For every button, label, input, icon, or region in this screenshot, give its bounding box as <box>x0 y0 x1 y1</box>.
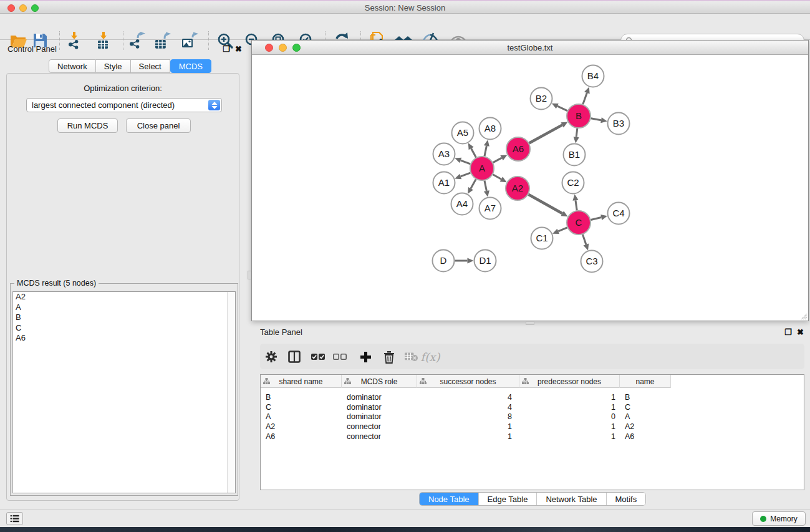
network-window-titlebar[interactable]: testGlobe.txt <box>252 41 808 55</box>
control-panel-float-icon[interactable]: ❐ <box>223 44 230 54</box>
select-all-icon[interactable] <box>308 347 328 367</box>
mcds-result-item[interactable]: A6 <box>13 333 235 344</box>
table-cell[interactable]: dominator <box>347 402 382 412</box>
resize-handle-icon[interactable] <box>799 311 808 320</box>
delete-columns-icon[interactable] <box>379 347 399 367</box>
control-panel-close-icon[interactable]: ✖ <box>235 44 242 54</box>
tab-network-table[interactable]: Network Table <box>537 493 606 505</box>
table-cell[interactable]: B <box>625 392 630 402</box>
table-cell[interactable]: A2 <box>625 422 634 432</box>
table-cell[interactable]: 1 <box>519 392 615 402</box>
network-canvas[interactable]: AA1A2A3A4A5A6A7A8BB1B2B3B4CC1C2C3C4DD1 <box>253 55 808 321</box>
graph-edge-A6-B[interactable] <box>529 125 562 143</box>
table-cell[interactable]: 8 <box>417 412 512 422</box>
table-cell[interactable]: 1 <box>519 402 615 412</box>
table-mode-gear-icon[interactable] <box>261 347 281 367</box>
table-cell[interactable]: A <box>266 412 271 422</box>
graph-edge-B-B1[interactable] <box>576 128 577 137</box>
show-columns-icon[interactable] <box>284 347 304 367</box>
table-cell[interactable]: A6 <box>625 432 634 442</box>
column-header-predecessor-nodes[interactable]: predecessor nodes <box>519 375 620 388</box>
mcds-result-item[interactable]: B <box>13 312 235 323</box>
table-cell[interactable]: 1 <box>417 432 512 442</box>
table-cell[interactable]: A2 <box>266 422 275 432</box>
node-table[interactable]: shared nameMCDS rolesuccessor nodesprede… <box>260 374 804 490</box>
table-cell[interactable]: 0 <box>519 412 615 422</box>
table-cell[interactable]: dominator <box>347 412 382 422</box>
table-cell[interactable]: 4 <box>417 402 512 412</box>
graph-node-label: C2 <box>567 177 579 188</box>
criterion-selected-value: largest connected component (directed) <box>32 100 175 110</box>
table-cell[interactable]: 4 <box>417 392 512 402</box>
mcds-result-group: MCDS result (5 nodes) A2ABCA6 <box>10 283 238 496</box>
mcds-result-list[interactable]: A2ABCA6 <box>12 291 236 493</box>
run-mcds-button[interactable]: Run MCDS <box>57 118 118 133</box>
table-cell[interactable]: dominator <box>347 392 382 402</box>
table-cell[interactable]: 1 <box>417 422 512 432</box>
tab-network[interactable]: Network <box>49 59 96 73</box>
deselect-all-icon[interactable] <box>330 347 350 367</box>
export-image-icon[interactable] <box>180 31 200 51</box>
add-column-icon[interactable] <box>355 347 375 367</box>
table-cell[interactable]: B <box>266 392 271 402</box>
import-network-icon[interactable] <box>64 31 84 51</box>
close-panel-button[interactable]: Close panel <box>126 118 191 133</box>
table-header-row: shared nameMCDS rolesuccessor nodesprede… <box>261 375 671 388</box>
table-cell[interactable]: C <box>625 402 630 412</box>
mcds-result-item[interactable]: C <box>13 323 235 334</box>
table-panel-close-icon[interactable]: ✖ <box>797 327 804 337</box>
graph-edge-B-B3[interactable] <box>591 118 601 120</box>
graph-edge-A-A6[interactable] <box>493 158 502 162</box>
mcds-result-item[interactable]: A <box>13 302 235 313</box>
splitter-handle-horizontal[interactable] <box>526 321 534 325</box>
graph-node-label: A2 <box>512 183 523 193</box>
tab-mcds[interactable]: MCDS <box>170 59 211 73</box>
graph-edge-B-B4[interactable] <box>583 93 587 104</box>
application-window: Session: New Session Control Panel ❐ ✖ N… <box>0 0 810 532</box>
column-header-MCDS-role[interactable]: MCDS role <box>342 375 417 388</box>
graph-edge-arrowhead <box>455 174 461 180</box>
graph-edge-A-A2[interactable] <box>493 175 501 180</box>
tab-motifs[interactable]: Motifs <box>607 493 646 505</box>
graph-edge-C-C3[interactable] <box>582 235 586 244</box>
import-table-icon[interactable] <box>94 31 113 51</box>
tab-edge-table[interactable]: Edge Table <box>479 493 538 505</box>
scrollbar-track[interactable] <box>227 292 235 493</box>
graph-edge-B-B2[interactable] <box>557 106 567 110</box>
control-panel-title: Control Panel <box>7 44 57 54</box>
graph-edge-C-C1[interactable] <box>558 228 567 231</box>
table-cell[interactable]: connector <box>347 432 381 442</box>
graph-edge-A-A4[interactable] <box>471 179 476 188</box>
table-panel-float-icon[interactable]: ❐ <box>784 327 792 337</box>
column-header-successor-nodes[interactable]: successor nodes <box>417 375 519 388</box>
graph-edge-C-C2[interactable] <box>576 200 577 210</box>
export-table-icon[interactable] <box>153 31 173 51</box>
table-cell[interactable]: C <box>266 402 271 412</box>
graph-edge-C-C4[interactable] <box>591 218 601 220</box>
table-cell[interactable]: connector <box>347 422 381 432</box>
graph-edge-A-A5[interactable] <box>471 148 476 157</box>
criterion-dropdown[interactable]: largest connected component (directed) <box>26 98 222 112</box>
dropdown-stepper-icon <box>208 100 220 110</box>
tab-style[interactable]: Style <box>96 59 131 73</box>
table-cell[interactable]: A6 <box>266 432 275 442</box>
mcds-result-title: MCDS result (5 nodes) <box>14 279 99 288</box>
table-cell[interactable]: 1 <box>519 422 615 432</box>
tab-node-table[interactable]: Node Table <box>420 493 479 505</box>
splitter-handle-vertical[interactable] <box>248 271 251 279</box>
column-header-name[interactable]: name <box>620 375 671 388</box>
column-header-shared-name[interactable]: shared name <box>261 375 342 388</box>
memory-button[interactable]: Memory <box>752 511 806 526</box>
network-view-window: testGlobe.txt AA1A2A3A4A5A6A7A8BB1B2B3B4… <box>251 40 809 321</box>
export-network-icon[interactable] <box>127 31 147 51</box>
graph-edge-A-A7[interactable] <box>485 181 486 191</box>
table-cell[interactable]: 1 <box>519 432 615 442</box>
graph-edge-A-A1[interactable] <box>461 173 471 177</box>
table-cell[interactable]: A <box>625 412 630 422</box>
graph-edge-A-A3[interactable] <box>461 160 471 164</box>
graph-edge-A-A8[interactable] <box>485 146 486 156</box>
tab-select[interactable]: Select <box>131 59 170 73</box>
task-history-button[interactable] <box>6 512 23 525</box>
graph-edge-A2-C[interactable] <box>528 195 562 214</box>
mcds-result-item[interactable]: A2 <box>13 292 235 302</box>
